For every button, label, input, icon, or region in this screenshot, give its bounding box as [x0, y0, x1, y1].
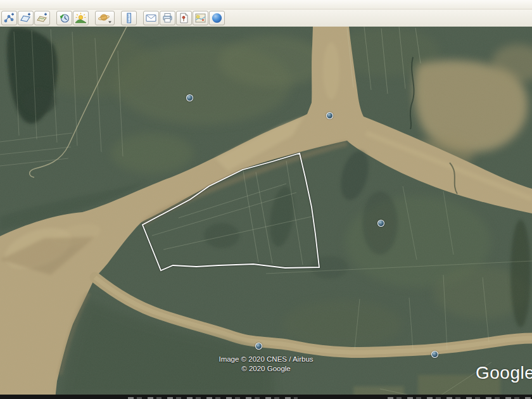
toolbar-group-planets [95, 11, 115, 25]
map-attribution: Image © 2020 CNES / Airbus © 2020 Google [203, 355, 329, 374]
planets-button[interactable] [95, 11, 115, 25]
add-image-overlay-icon [36, 12, 48, 24]
maps-icon [194, 12, 206, 24]
email-button[interactable] [143, 11, 159, 25]
add-polygon-button[interactable] [18, 11, 34, 25]
printer-icon [162, 12, 174, 24]
envelope-icon [145, 12, 157, 24]
earth-button[interactable] [209, 11, 225, 25]
save-image-button[interactable] [176, 11, 192, 25]
region-polygon[interactable] [142, 153, 319, 270]
ruler-icon [123, 12, 135, 24]
ruler-button[interactable] [121, 11, 137, 25]
add-image-overlay-button[interactable] [34, 11, 50, 25]
placemark-icon[interactable] [377, 220, 384, 227]
add-polygon-icon [20, 12, 32, 24]
attribution-line1: Image © 2020 CNES / Airbus [203, 355, 329, 364]
toolbar-group-measure [121, 11, 137, 25]
add-path-button[interactable] [1, 11, 17, 25]
save-image-icon [178, 12, 190, 24]
toolbar [0, 10, 532, 27]
attribution-line2: © 2020 Google [203, 364, 329, 374]
placemark-icon[interactable] [255, 343, 262, 350]
toolbar-group-share [143, 11, 225, 25]
placemark-icon[interactable] [186, 94, 193, 101]
placemark-icon[interactable] [431, 351, 438, 358]
toolbar-group-time [56, 11, 89, 25]
google-earth-window: Image © 2020 CNES / Airbus © 2020 Google… [0, 0, 532, 399]
status-bar [0, 395, 532, 399]
print-button[interactable] [160, 11, 175, 25]
placemark-icon[interactable] [326, 112, 333, 119]
saturn-icon [98, 12, 113, 24]
historical-imagery-button[interactable] [56, 11, 72, 25]
globe-icon [211, 12, 223, 24]
sunrise-icon [75, 12, 87, 24]
map-viewport[interactable]: Image © 2020 CNES / Airbus © 2020 Google… [0, 27, 532, 399]
window-chrome-strip [0, 0, 532, 10]
view-in-google-maps-button[interactable] [193, 11, 208, 25]
toolbar-group-annotations [1, 11, 51, 25]
google-watermark: Google [476, 363, 532, 383]
clock-history-icon [58, 12, 70, 24]
add-path-icon [3, 12, 15, 24]
sunlight-button[interactable] [73, 11, 89, 25]
